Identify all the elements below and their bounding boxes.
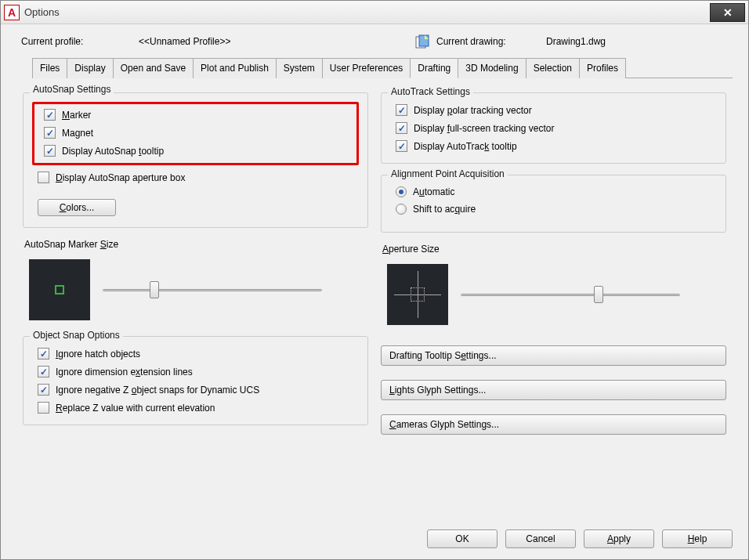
- checkbox-icon: [396, 122, 407, 134]
- marker-square-icon: [55, 285, 64, 294]
- tab-display[interactable]: Display: [67, 58, 113, 78]
- replace-z-label: Replace Z value with current elevation: [56, 403, 215, 414]
- alignment-point-group: Alignment Point Acquisition Automatic Sh…: [381, 175, 726, 233]
- autosnap-marker-size-group: AutoSnap Marker Size: [23, 239, 368, 325]
- autosnap-settings-group: AutoSnap Settings Marker Magnet Display …: [23, 92, 368, 228]
- apply-button[interactable]: Apply: [584, 529, 654, 548]
- ignore-dim-ext-label: Ignore dimension extension lines: [56, 367, 193, 378]
- replace-z-checkbox[interactable]: Replace Z value with current elevation: [38, 402, 356, 414]
- checkbox-icon: [38, 366, 49, 378]
- tab-user-preferences[interactable]: User Preferences: [322, 58, 411, 78]
- aperture-size-slider[interactable]: [461, 286, 680, 303]
- tab-open-and-save[interactable]: Open and Save: [113, 58, 194, 78]
- autosnap-marker-size-label: AutoSnap Marker Size: [24, 239, 367, 250]
- radio-icon: [396, 204, 407, 215]
- current-drawing-label: Current drawing:: [436, 36, 546, 47]
- tab-3d-modeling[interactable]: 3D Modeling: [458, 58, 526, 78]
- aperture-box-checkbox[interactable]: Display AutoSnap aperture box: [38, 172, 356, 183]
- checkbox-icon: [44, 127, 56, 139]
- automatic-radio[interactable]: Automatic: [396, 186, 715, 197]
- aperture-size-group: Aperture Size: [381, 244, 726, 330]
- titlebar: A Options ✕: [1, 1, 748, 24]
- alignment-point-title: Alignment Point Acquisition: [388, 168, 508, 179]
- lights-glyph-settings-button[interactable]: Lights Glyph Settings...: [381, 380, 726, 400]
- object-snap-options-group: Object Snap Options Ignore hatch objects…: [23, 336, 368, 425]
- current-profile-label: Current profile:: [21, 36, 139, 47]
- help-button[interactable]: Help: [662, 529, 733, 548]
- object-snap-options-title: Object Snap Options: [30, 330, 123, 341]
- app-icon: A: [4, 5, 20, 20]
- fullscreen-tracking-label: Display full-screen tracking vector: [414, 123, 554, 134]
- magnet-label: Magnet: [62, 128, 93, 139]
- marker-label: Marker: [62, 110, 91, 121]
- tab-drafting[interactable]: Drafting: [410, 58, 458, 78]
- checkbox-icon: [44, 109, 56, 121]
- aperture-cross-icon: [394, 271, 441, 318]
- ignore-hatch-label: Ignore hatch objects: [56, 349, 140, 359]
- ignore-dim-ext-checkbox[interactable]: Ignore dimension extension lines: [38, 366, 356, 378]
- marker-size-slider[interactable]: [103, 281, 322, 298]
- highlight-box: AutoSnap Settings Marker Magnet Display …: [32, 102, 359, 165]
- tab-plot-and-publish[interactable]: Plot and Publish: [193, 58, 277, 78]
- tab-strip: Files Display Open and Save Plot and Pub…: [32, 57, 733, 78]
- autotrack-tooltip-checkbox[interactable]: Display AutoTrack tooltip: [396, 140, 715, 152]
- tab-profiles[interactable]: Profiles: [579, 58, 626, 78]
- checkbox-icon: [38, 384, 49, 396]
- radio-icon: [396, 186, 407, 197]
- checkbox-icon: [44, 145, 56, 157]
- ignore-neg-z-label: Ignore negative Z object snaps for Dynam…: [56, 385, 259, 396]
- autotrack-settings-title: AutoTrack Settings: [388, 86, 473, 97]
- autosnap-tooltip-checkbox[interactable]: Display AutoSnap tooltip: [44, 145, 350, 157]
- cameras-glyph-settings-button[interactable]: Cameras Glyph Settings...: [381, 414, 726, 435]
- autosnap-settings-title: AutoSnap Settings: [30, 84, 114, 95]
- shift-acquire-label: Shift to acquire: [413, 204, 476, 215]
- fullscreen-tracking-checkbox[interactable]: Display full-screen tracking vector: [396, 122, 715, 134]
- polar-tracking-label: Display polar tracking vector: [414, 105, 532, 116]
- slider-thumb[interactable]: [150, 281, 159, 298]
- aperture-preview: [387, 264, 448, 325]
- drafting-tooltip-settings-button[interactable]: Drafting Tooltip Settings...: [381, 345, 726, 366]
- cancel-button[interactable]: Cancel: [505, 529, 576, 548]
- polar-tracking-checkbox[interactable]: Display polar tracking vector: [396, 104, 715, 116]
- drawing-icon: [414, 34, 430, 49]
- svg-rect-1: [419, 35, 429, 46]
- autotrack-tooltip-label: Display AutoTrack tooltip: [414, 141, 517, 152]
- aperture-box-label: Display AutoSnap aperture box: [56, 172, 185, 183]
- magnet-checkbox[interactable]: Magnet: [44, 127, 350, 139]
- ignore-hatch-checkbox[interactable]: Ignore hatch objects: [38, 348, 356, 359]
- shift-acquire-radio[interactable]: Shift to acquire: [396, 204, 715, 215]
- autosnap-tooltip-label: Display AutoSnap tooltip: [62, 146, 164, 157]
- tab-files[interactable]: Files: [32, 58, 67, 78]
- marker-checkbox[interactable]: Marker: [44, 109, 350, 121]
- slider-thumb[interactable]: [594, 286, 603, 303]
- ignore-neg-z-checkbox[interactable]: Ignore negative Z object snaps for Dynam…: [38, 384, 356, 396]
- marker-preview: [29, 259, 90, 320]
- automatic-label: Automatic: [413, 186, 454, 197]
- close-button[interactable]: ✕: [710, 3, 745, 22]
- dialog-footer: OK Cancel Apply Help: [427, 529, 733, 548]
- checkbox-icon: [38, 348, 49, 359]
- checkbox-icon: [38, 402, 49, 414]
- tab-selection[interactable]: Selection: [526, 58, 580, 78]
- ok-button[interactable]: OK: [427, 529, 498, 548]
- options-dialog: A Options ✕ Current profile: <<Unnamed P…: [0, 0, 749, 560]
- checkbox-icon: [396, 140, 407, 152]
- profile-row: Current profile: <<Unnamed Profile>> Cur…: [16, 34, 733, 49]
- window-title: Options: [24, 6, 60, 18]
- autotrack-settings-group: AutoTrack Settings Display polar trackin…: [381, 92, 726, 164]
- colors-button[interactable]: Colors...: [38, 199, 116, 216]
- checkbox-icon: [396, 104, 407, 116]
- current-profile-value: <<Unnamed Profile>>: [139, 36, 414, 47]
- aperture-size-label: Aperture Size: [382, 244, 725, 255]
- checkbox-icon: [38, 172, 49, 183]
- current-drawing-value: Drawing1.dwg: [546, 36, 606, 47]
- tab-system[interactable]: System: [276, 58, 323, 78]
